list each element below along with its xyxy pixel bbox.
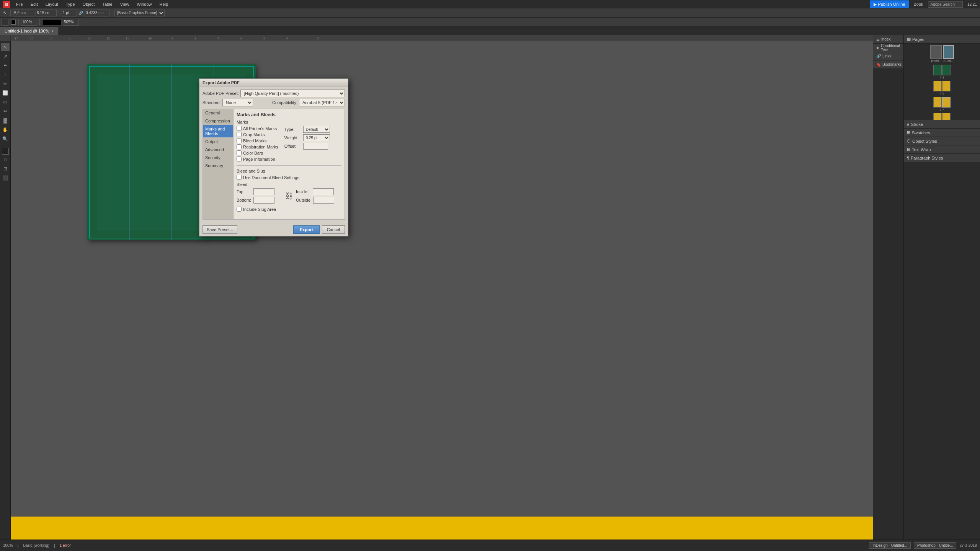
zoom-tool[interactable]: 🔍 bbox=[1, 135, 10, 143]
preset-select[interactable]: [High Quality Print] (modified) bbox=[240, 90, 345, 97]
all-printers-marks-row[interactable]: All Printer's Marks bbox=[237, 126, 278, 131]
menu-window[interactable]: Window bbox=[135, 2, 153, 7]
bleed-marks-row[interactable]: Bleed Marks bbox=[237, 138, 278, 143]
tab-close-icon[interactable]: × bbox=[51, 29, 54, 33]
stroke-panel-header[interactable]: ≡ Stroke bbox=[904, 120, 980, 129]
document-tab[interactable]: Untitled-1.indd @ 100% × bbox=[0, 27, 59, 35]
zoom-input[interactable] bbox=[21, 19, 37, 26]
menu-file[interactable]: File bbox=[15, 2, 24, 7]
master-a-thumb[interactable] bbox=[943, 45, 954, 59]
chain-link-icon[interactable]: ⛓ bbox=[284, 192, 294, 201]
pencil-tool[interactable]: ✏ bbox=[1, 80, 10, 88]
master-none-thumb[interactable] bbox=[930, 45, 942, 59]
search-input[interactable]: Adobe Search bbox=[928, 1, 963, 8]
normal-mode[interactable]: ⊡ bbox=[1, 165, 10, 173]
page-9-thumb[interactable] bbox=[942, 113, 951, 120]
type-select[interactable]: Default bbox=[303, 126, 330, 133]
color-value-input[interactable] bbox=[63, 19, 79, 26]
crop-marks-checkbox[interactable] bbox=[237, 132, 242, 137]
page-information-checkbox[interactable] bbox=[237, 156, 242, 161]
constrain-icon[interactable]: 🔗 bbox=[78, 11, 83, 15]
nav-compression[interactable]: Compression bbox=[203, 117, 233, 125]
page-8-thumb[interactable] bbox=[933, 113, 942, 120]
menu-object[interactable]: Object bbox=[81, 2, 96, 7]
swatches-panel-header[interactable]: ⊞ Swatches bbox=[904, 129, 980, 137]
fill-color[interactable] bbox=[2, 19, 8, 26]
fill-icon[interactable] bbox=[2, 148, 9, 155]
height-input[interactable] bbox=[85, 10, 109, 16]
pages-panel-header[interactable]: ▦ Pages bbox=[904, 35, 980, 44]
use-doc-bleed-checkbox[interactable] bbox=[237, 175, 242, 180]
bleed-top-input[interactable]: 1.27 cm bbox=[253, 188, 274, 195]
book-dropdown[interactable]: Book bbox=[914, 2, 923, 7]
pen-tool[interactable]: ✒ bbox=[1, 61, 10, 70]
standard-select[interactable]: None bbox=[222, 99, 253, 106]
page-3-thumb[interactable] bbox=[942, 65, 951, 75]
text-wrap-panel-header[interactable]: ⊟ Text Wrap bbox=[904, 145, 980, 154]
menu-view[interactable]: View bbox=[119, 2, 131, 7]
nav-security[interactable]: Security bbox=[203, 154, 233, 162]
menu-edit[interactable]: Edit bbox=[29, 2, 39, 7]
selection-tool[interactable]: ↖ bbox=[1, 43, 10, 51]
width-input[interactable] bbox=[62, 10, 77, 16]
weight-select[interactable]: 0.25 pt bbox=[303, 134, 330, 141]
compatibility-select[interactable]: Acrobat 5 (PDF 1.4) bbox=[299, 99, 345, 106]
rectangle-tool[interactable]: ▭ bbox=[1, 98, 10, 106]
page-7-thumb[interactable] bbox=[942, 97, 951, 108]
menu-layout[interactable]: Layout bbox=[44, 2, 60, 7]
page-2-thumb[interactable] bbox=[933, 65, 942, 75]
bleed-marks-checkbox[interactable] bbox=[237, 138, 242, 143]
menu-table[interactable]: Table bbox=[101, 2, 114, 7]
registration-marks-row[interactable]: Registration Marks bbox=[237, 144, 278, 149]
include-slug-checkbox[interactable] bbox=[237, 207, 242, 212]
rectangle-frame-tool[interactable]: ⬜ bbox=[1, 89, 10, 97]
scissors-tool[interactable]: ✂ bbox=[1, 107, 10, 116]
tool-select[interactable]: ↖ bbox=[2, 10, 8, 15]
nav-marks-bleeds[interactable]: Marks and Bleeds bbox=[203, 125, 233, 138]
taskbar-indesign[interactable]: InDesign - Untitled... bbox=[869, 542, 911, 549]
taskbar-photoshop[interactable]: Photoshop - Untitle... bbox=[914, 542, 956, 549]
color-bars-row[interactable]: Color Bars bbox=[237, 150, 278, 155]
nav-general[interactable]: General bbox=[203, 109, 233, 117]
offset-input[interactable]: 0.2117 cm bbox=[303, 143, 328, 150]
y-position-input[interactable] bbox=[36, 10, 57, 16]
menu-type[interactable]: Type bbox=[64, 2, 77, 7]
bleed-bottom-input[interactable]: 1.27 cm bbox=[253, 197, 274, 204]
object-styles-panel-header[interactable]: ⬡ Object Styles bbox=[904, 137, 980, 145]
nav-output[interactable]: Output bbox=[203, 138, 233, 146]
links-panel-header[interactable]: 🔗 Links bbox=[873, 52, 903, 60]
menu-help[interactable]: Help bbox=[158, 2, 170, 7]
bleed-inside-input[interactable]: 1.27 cm bbox=[313, 188, 334, 195]
crop-marks-row[interactable]: Crop Marks bbox=[237, 132, 278, 137]
page-information-row[interactable]: Page Information bbox=[237, 156, 278, 161]
color-bars-checkbox[interactable] bbox=[237, 150, 242, 155]
stroke-color[interactable] bbox=[11, 20, 16, 25]
nav-advanced[interactable]: Advanced bbox=[203, 146, 233, 154]
page-6-thumb[interactable] bbox=[933, 97, 942, 108]
nav-summary[interactable]: Summary bbox=[203, 162, 233, 170]
bookmarks-panel-header[interactable]: 🔖 Bookmarks bbox=[873, 60, 903, 69]
frame-type-select[interactable]: [Basic Graphics Frame] bbox=[114, 10, 165, 16]
gradient-tool[interactable]: ▓ bbox=[1, 116, 10, 125]
all-printers-marks-checkbox[interactable] bbox=[237, 126, 242, 131]
index-panel-header[interactable]: ☰ Index bbox=[873, 35, 903, 44]
cancel-button[interactable]: Cancel bbox=[322, 225, 345, 234]
bleed-outside-input[interactable]: 1.27 cm bbox=[313, 197, 334, 204]
direct-select-tool[interactable]: ↗ bbox=[1, 52, 10, 60]
paragraph-styles-panel-header[interactable]: ¶ Paragraph Styles bbox=[904, 154, 980, 162]
publish-online-button[interactable]: ▶ Publish Online bbox=[870, 0, 909, 8]
color-swatch-fill[interactable] bbox=[42, 19, 61, 25]
page-5-thumb[interactable] bbox=[942, 81, 951, 91]
export-button[interactable]: Export bbox=[293, 225, 320, 234]
use-doc-bleed-row[interactable]: Use Document Bleed Settings bbox=[237, 175, 341, 180]
page-4-thumb[interactable] bbox=[933, 81, 942, 91]
save-preset-button[interactable]: Save Preset... bbox=[203, 225, 237, 234]
type-tool[interactable]: T bbox=[1, 70, 10, 79]
preview-mode[interactable]: ⬛ bbox=[1, 174, 10, 182]
registration-marks-checkbox[interactable] bbox=[237, 144, 242, 149]
conditional-text-panel-header[interactable]: ◈ Conditional Text bbox=[873, 44, 903, 52]
hand-tool[interactable]: ✋ bbox=[1, 126, 10, 134]
stroke-icon[interactable]: ◻ bbox=[1, 155, 10, 164]
include-slug-row[interactable]: Include Slug Area bbox=[237, 207, 341, 212]
x-position-input[interactable] bbox=[13, 10, 34, 16]
